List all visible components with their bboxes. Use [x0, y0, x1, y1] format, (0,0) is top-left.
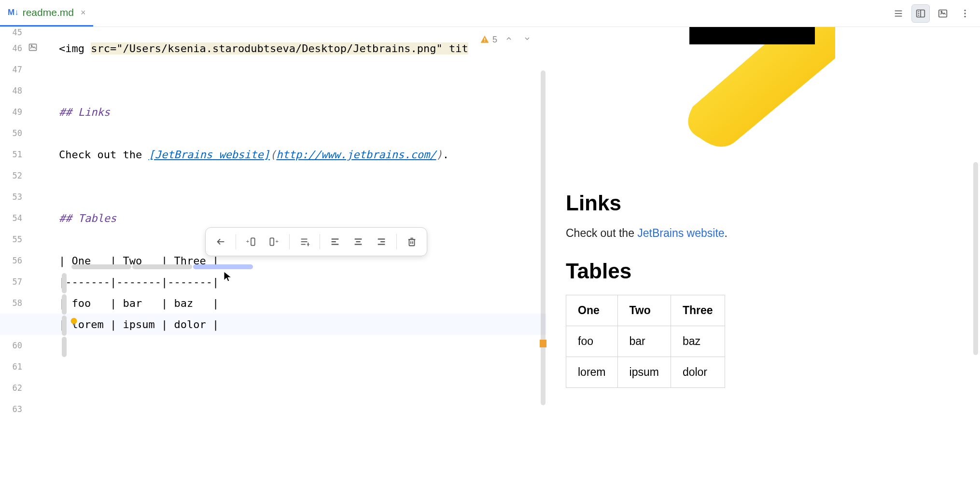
- preview-scrollbar-thumb[interactable]: [973, 162, 978, 355]
- preview-links-paragraph: Check out the JetBrains website.: [566, 227, 961, 240]
- align-center-button[interactable]: [348, 232, 368, 252]
- preview-pane[interactable]: Links Check out the JetBrains website. T…: [546, 27, 980, 482]
- line-number-gutter[interactable]: 45 46 47 48 49 50 51 52 53 54 55 56 57 5…: [0, 27, 29, 482]
- line-number: 47: [0, 59, 29, 80]
- insert-column-left-button[interactable]: +: [241, 232, 261, 252]
- code-line[interactable]: [59, 80, 546, 101]
- preview-jetbrains-link[interactable]: JetBrains website: [637, 227, 724, 239]
- editor-tab-bar: M↓ readme.md ×: [0, 0, 980, 27]
- table-row: foobarbaz: [566, 326, 725, 357]
- intention-bulb-icon[interactable]: [69, 317, 79, 329]
- editor-pane[interactable]: 5 45 46 47 48 49 50 51 52 53 54: [0, 27, 546, 482]
- row-handle[interactable]: [62, 316, 67, 336]
- code-area[interactable]: <img src="/Users/ksenia.starodubtseva/De…: [59, 27, 546, 420]
- next-highlight-button[interactable]: [520, 34, 534, 45]
- warning-scroll-marker[interactable]: [540, 340, 546, 347]
- svg-rect-18: [73, 324, 75, 326]
- table-header: Two: [617, 295, 671, 326]
- code-line[interactable]: [59, 186, 546, 207]
- line-number: 63: [0, 399, 29, 420]
- editor-only-view-button[interactable]: [889, 4, 908, 23]
- separator: [236, 234, 236, 249]
- code-line[interactable]: ## Links: [59, 101, 546, 123]
- line-number: 46: [0, 38, 29, 59]
- code-line[interactable]: [59, 377, 546, 399]
- svg-text:+: +: [246, 238, 250, 244]
- code-line[interactable]: [59, 165, 546, 186]
- svg-point-12: [964, 16, 966, 17]
- table-floating-toolbar: + +: [205, 227, 427, 256]
- code-line[interactable]: [59, 335, 546, 356]
- svg-point-9: [941, 11, 942, 12]
- warning-count-text: 5: [492, 35, 497, 45]
- line-number: 58: [0, 292, 29, 314]
- line-number: 45: [0, 27, 29, 38]
- code-line[interactable]: [59, 59, 546, 80]
- line-number: 56: [0, 250, 29, 271]
- line-number: 54: [0, 207, 29, 229]
- code-line[interactable]: [59, 123, 546, 144]
- column-handle-selected[interactable]: [193, 264, 253, 269]
- table-header: One: [566, 295, 618, 326]
- separator: [320, 234, 320, 249]
- row-handle[interactable]: [62, 337, 67, 357]
- preview-only-view-button[interactable]: [934, 4, 952, 23]
- line-number: 49: [0, 101, 29, 123]
- table-row: loremipsumdolor: [566, 357, 725, 388]
- code-line[interactable]: <img src="/Users/ksenia.starodubtseva/De…: [59, 38, 546, 59]
- column-handle[interactable]: [71, 264, 131, 269]
- back-button[interactable]: [210, 232, 231, 252]
- code-line[interactable]: | lorem | ipsum | dolor |: [0, 314, 546, 335]
- image-gutter-icon[interactable]: [28, 42, 38, 54]
- select-column-button[interactable]: [294, 232, 315, 252]
- svg-rect-13: [484, 38, 485, 41]
- prev-highlight-button[interactable]: [502, 34, 516, 45]
- code-line[interactable]: |-------|-------|-------|: [59, 271, 546, 292]
- column-handle[interactable]: [132, 264, 192, 269]
- svg-rect-22: [270, 238, 274, 245]
- line-number: 60: [0, 335, 29, 356]
- file-tab[interactable]: M↓ readme.md ×: [0, 0, 93, 27]
- line-number: 48: [0, 80, 29, 101]
- split-view-button[interactable]: [911, 4, 930, 23]
- line-number: 55: [0, 229, 29, 250]
- code-line[interactable]: [59, 399, 546, 420]
- row-handle[interactable]: [62, 294, 67, 315]
- svg-rect-14: [484, 41, 485, 42]
- code-line[interactable]: | foo | bar | baz |: [59, 292, 546, 314]
- warning-count[interactable]: 5: [480, 35, 497, 45]
- preview-table: One Two Three foobarbaz loremipsumdolor: [566, 295, 725, 388]
- code-line[interactable]: Check out the [JetBrains website](http:/…: [59, 144, 546, 165]
- separator: [396, 234, 397, 249]
- table-column-handles[interactable]: [71, 264, 254, 269]
- line-number: 53: [0, 186, 29, 207]
- row-handle[interactable]: [62, 273, 67, 293]
- code-line[interactable]: [59, 27, 546, 38]
- svg-rect-21: [251, 238, 255, 245]
- line-number: 50: [0, 123, 29, 144]
- table-header: Three: [671, 295, 725, 326]
- delete-column-button[interactable]: [402, 232, 422, 252]
- insert-column-right-button[interactable]: +: [264, 232, 284, 252]
- line-number: 51: [0, 144, 29, 165]
- svg-point-10: [964, 10, 966, 11]
- editor-scrollbar-thumb[interactable]: [541, 70, 546, 405]
- close-tab-button[interactable]: ×: [81, 8, 86, 18]
- preview-tables-heading: Tables: [566, 259, 961, 283]
- line-number: 62: [0, 377, 29, 399]
- more-options-button[interactable]: [956, 4, 974, 23]
- preview-links-heading: Links: [566, 191, 961, 215]
- svg-rect-38: [409, 239, 415, 246]
- svg-point-11: [964, 13, 966, 14]
- align-left-button[interactable]: [325, 232, 345, 252]
- align-right-button[interactable]: [371, 232, 392, 252]
- svg-point-16: [31, 45, 32, 46]
- table-row-handles[interactable]: [62, 273, 67, 358]
- code-line[interactable]: [59, 356, 546, 377]
- tab-title: readme.md: [23, 7, 74, 18]
- line-number: 61: [0, 356, 29, 377]
- code-line[interactable]: ## Tables: [59, 207, 546, 229]
- markdown-file-icon: M↓: [8, 8, 19, 17]
- separator: [289, 234, 290, 249]
- inspection-widget[interactable]: 5: [477, 32, 537, 47]
